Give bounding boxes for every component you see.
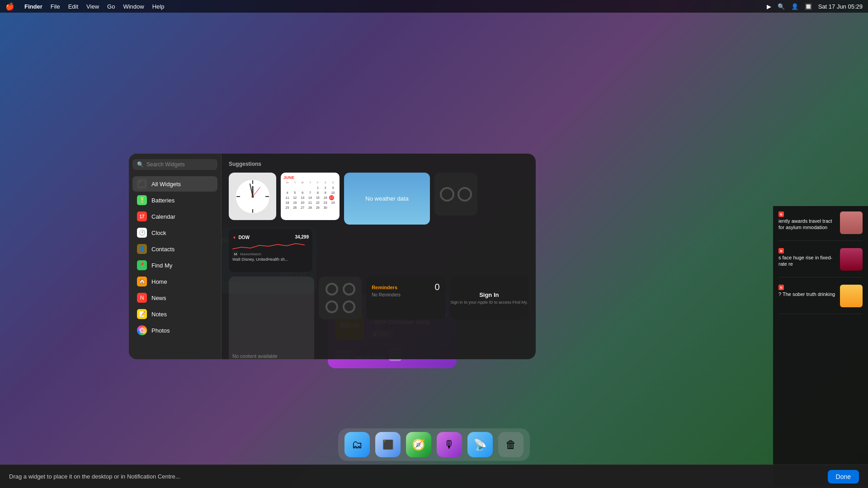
clock-widget-thumb[interactable] [229, 173, 276, 220]
file-menu[interactable]: File [51, 3, 60, 10]
dock: 🗂 ⬛ 🧭 🎙 📡 🗑 [338, 428, 530, 461]
news-item-2: N s face huge rise in fixed-rate re [778, 248, 863, 277]
sidebar-item-clock[interactable]: 🕐 Clock [132, 225, 217, 240]
mini-chart [232, 242, 309, 251]
battery-circle-3 [326, 283, 338, 296]
sidebar-label-home: Home [151, 278, 167, 285]
contacts-icon: 👤 [137, 244, 147, 254]
suggestions-section-title: Suggestions [229, 161, 528, 167]
dock-trash[interactable]: 🗑 [498, 432, 524, 457]
dock-airdrop[interactable]: 📡 [467, 432, 493, 457]
sidebar-item-notes[interactable]: 📝 Notes [132, 306, 217, 322]
play-icon[interactable]: ▶ [767, 3, 771, 10]
mini-calendar-month: JUNE [283, 175, 337, 180]
done-button[interactable]: Done [828, 470, 859, 483]
news-text-1: N iently awards travel tract for asylum … [778, 211, 836, 234]
dock-podcasts[interactable]: 🎙 [437, 432, 462, 457]
sign-in-label: Sign In [479, 291, 499, 298]
suggestions-row-1: JUNE MTWTFSS 123 45678910 11121314151617… [229, 173, 528, 272]
bottom-bar: Drag a widget to place it on the desktop… [0, 465, 868, 488]
news-text-3: N ? The sober truth drinking [778, 285, 836, 307]
search-icon[interactable]: 🔍 [778, 3, 785, 10]
mini-calendar-grid: MTWTFSS 123 45678910 11121314151617 1819… [283, 181, 337, 211]
menubar: 🍎 Finder File Edit View Go Window Help ▶… [0, 0, 868, 13]
all-widgets-icon: ⬛ [137, 179, 147, 189]
battery-circle-5 [326, 300, 338, 313]
search-bar[interactable]: 🔍 [132, 159, 217, 170]
sidebar-label-clock: Clock [151, 230, 166, 236]
news-headline-2: s face huge rise in fixed-rate re [778, 254, 836, 267]
findmy-signin-thumb[interactable]: Sign In Sign in to your Apple ID to acce… [450, 277, 528, 319]
news-item-3: N ? The sober truth drinking [778, 285, 863, 314]
news-thumb-1 [840, 211, 863, 234]
news-thumb-2 [840, 248, 863, 271]
sidebar-item-home[interactable]: 🏠 Home [132, 274, 217, 289]
sidebar-label-photos: Photos [151, 327, 170, 334]
datetime-display: Sat 17 Jun 05:29 [818, 3, 863, 10]
news-headline-1: iently awards travel tract for asylum mm… [778, 218, 836, 231]
home-icon: 🏠 [137, 277, 147, 286]
panel-main: Suggestions [222, 154, 536, 359]
drag-hint: Drag a widget to place it on the desktop… [9, 473, 828, 480]
battery-circle-1 [440, 187, 454, 202]
batteries-icon: 🔋 [137, 195, 147, 205]
reminders-label: Reminders [372, 285, 397, 290]
findmy-icon: 📍 [137, 260, 147, 270]
sidebar-item-calendar[interactable]: 17 Calendar [132, 209, 217, 224]
no-content-label: No content available [232, 353, 278, 359]
battery-circle-6 [343, 300, 355, 313]
stocks-source: M MarketWatch [232, 251, 309, 257]
notes-icon: 📝 [137, 309, 147, 319]
sidebar-label-findmy: Find My [151, 262, 172, 269]
edit-menu[interactable]: Edit [68, 3, 78, 10]
sidebar-item-news[interactable]: N News [132, 290, 217, 305]
batteries-four-circles-thumb[interactable] [319, 277, 362, 319]
control-center-icon[interactable]: 🔲 [805, 3, 812, 10]
calendar-widget-thumb[interactable]: JUNE MTWTFSS 123 45678910 11121314151617… [281, 173, 340, 220]
reminders-thumb[interactable]: Reminders 0 No Reminders [366, 277, 445, 319]
sidebar-label-batteries: Batteries [151, 197, 175, 204]
clock-icon: 🕐 [137, 228, 147, 238]
news-icon: N [137, 293, 147, 303]
apple-menu[interactable]: 🍎 [5, 2, 14, 11]
sign-in-sub: Sign in to your Apple ID to access Find … [450, 300, 528, 305]
sidebar-item-photos[interactable]: 🌸 Photos [132, 323, 217, 338]
help-menu[interactable]: Help [152, 3, 165, 10]
reminders-count: 0 [435, 282, 440, 292]
sidebar: 🔍 ⬛ All Widgets 🔋 Batteries 17 Calendar … [129, 154, 222, 359]
suggestions-row-2: No content available Reminders 0 [229, 277, 528, 359]
dock-launchpad[interactable]: ⬛ [375, 432, 401, 457]
weather-no-data-thumb[interactable]: No weather data [344, 173, 430, 225]
user-icon[interactable]: 👤 [791, 3, 798, 10]
widget-panel: 🔍 ⬛ All Widgets 🔋 Batteries 17 Calendar … [129, 154, 536, 359]
news-source-icon-2: N [778, 248, 784, 253]
reminders-header: Reminders 0 [372, 282, 439, 292]
sidebar-item-contacts[interactable]: 👤 Contacts [132, 241, 217, 257]
clock-thumb-svg [235, 178, 271, 215]
dock-finder[interactable]: 🗂 [344, 432, 370, 457]
sidebar-item-all-widgets[interactable]: ⬛ All Widgets [132, 176, 217, 192]
search-input[interactable] [146, 161, 213, 168]
sidebar-item-findmy[interactable]: 📍 Find My [132, 258, 217, 273]
window-menu[interactable]: Window [123, 3, 144, 10]
news-source-icon-1: N [778, 211, 784, 217]
no-reminders-label: No Reminders [372, 292, 439, 297]
sidebar-item-batteries[interactable]: 🔋 Batteries [132, 192, 217, 208]
sidebar-label-calendar: Calendar [151, 213, 175, 220]
stocks-widget-thumb[interactable]: ▼ DOW 34,299 M MarketWatch Walt Disney, … [229, 229, 312, 272]
sidebar-label-news: News [151, 295, 166, 301]
view-menu[interactable]: View [86, 3, 99, 10]
mini-stocks-header: ▼ DOW 34,299 [232, 233, 309, 241]
news-headline-3: ? The sober truth drinking [778, 291, 836, 297]
menubar-right: ▶ 🔍 👤 🔲 Sat 17 Jun 05:29 [767, 3, 863, 10]
go-menu[interactable]: Go [107, 3, 115, 10]
news-item-1: N iently awards travel tract for asylum … [778, 211, 863, 241]
finder-menu[interactable]: Finder [24, 3, 42, 10]
no-content-thumb[interactable]: No content available [229, 277, 314, 359]
battery-circle-2 [458, 187, 472, 202]
dow-value: 34,299 [295, 235, 309, 239]
calendar-icon: 17 [137, 211, 147, 221]
batteries-small-thumb[interactable] [434, 173, 477, 216]
dock-safari[interactable]: 🧭 [406, 432, 431, 457]
battery-circle-4 [343, 283, 355, 296]
